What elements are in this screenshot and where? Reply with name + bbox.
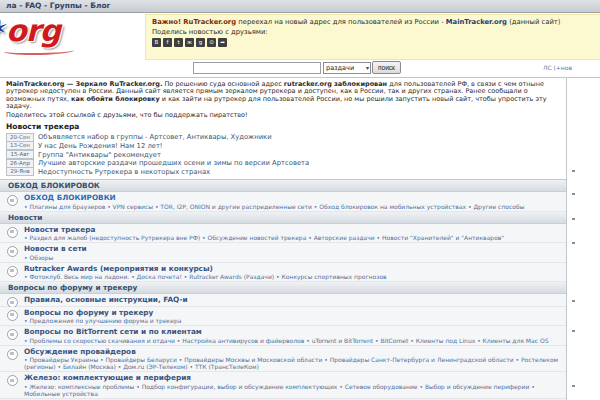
subforum-link[interactable]: BitComet (380, 337, 408, 344)
forum-link[interactable]: Rutracker Awards (мероприятия и конкурсы… (24, 265, 562, 274)
subforum-link[interactable]: Клиенты под Linux (416, 337, 476, 344)
twitter-icon[interactable]: t (174, 38, 183, 47)
subforum-link[interactable]: VPN сервисы (113, 203, 153, 210)
subforum-link[interactable]: Новости "Хранителей" и "Антикваров" (382, 234, 504, 241)
intro-text: MainTracker.org — Зеркало RuTracker.org.… (0, 78, 566, 112)
forum-row: Вопросы по форуму и трекеру• Предложения… (0, 307, 566, 327)
subforum-link[interactable]: Настройка антивирусов и файерволов (182, 337, 304, 344)
forum-link[interactable]: Новости трекера (24, 226, 562, 235)
forum-row: Новости трекера• Раздел для жалоб (недос… (0, 224, 566, 244)
private-messages-link[interactable]: ЛС (+нов (543, 64, 572, 71)
subforum-link[interactable]: Выбор и обсуждение периферии (425, 383, 529, 390)
subforum-link[interactable]: Обход блокировок на мобильных устройства… (319, 203, 466, 210)
clipped-stats (572, 170, 575, 172)
maintracker-link[interactable]: MainTracker.org (446, 18, 507, 26)
forum-link[interactable]: Вопросы по форуму и трекеру (24, 309, 562, 318)
subforum-link[interactable]: Обсуждение новостей трекера (208, 234, 307, 241)
subforum-link[interactable]: uTorrent и BitTorrent (312, 337, 373, 344)
subforum-list: • Провайдеры Украины • Провайдеры Белару… (24, 356, 562, 370)
subforum-link[interactable]: Плагины для браузеров (29, 203, 105, 210)
forum-link[interactable]: Правила, основные инструкции, FAQ-и (24, 296, 562, 305)
forum-icon (7, 266, 18, 277)
chevron-down-icon: ▾ (366, 63, 369, 73)
search-scope-value: раздачи (326, 64, 354, 72)
subforum-link[interactable]: Фотоклуб. Весь мир на ладони. (29, 273, 129, 280)
news-date[interactable]: 29-Янв (6, 167, 34, 176)
forum-link[interactable]: Новости в сети (24, 245, 562, 254)
subforum-link[interactable]: Другие способы (473, 203, 524, 210)
subforum-link[interactable]: Подбор конфигурации, выбор и обсуждение … (142, 383, 338, 390)
subforum-link[interactable]: Авторские раздачи (314, 234, 375, 241)
livejournal-icon[interactable]: ж (185, 38, 194, 47)
logo-text: org (6, 13, 60, 48)
forum-link[interactable]: Вопросы по BitTorrent сети и по клиентам (24, 328, 562, 337)
notice-text: переехал на новый адрес для пользователе… (236, 18, 446, 26)
category-header[interactable]: Новости (0, 212, 566, 224)
subforum-link[interactable]: Провайдеры Москвы и Московской области (184, 356, 322, 363)
logo-swoosh (4, 47, 74, 55)
social-icons: Вftжg⊙➦ (152, 38, 600, 47)
share-prompt: Поделись новостью с друзьями: (152, 28, 600, 36)
forum-link[interactable]: ОБХОД БЛОКИРОВКИ (24, 194, 562, 203)
intro-segment: как обойти блокировку (71, 95, 160, 103)
top-nav: ла - FAQ - Группы - Блог (0, 0, 600, 13)
google-plus-icon[interactable]: g (196, 38, 205, 47)
subforum-link[interactable]: Мобильные устройства (24, 390, 98, 397)
subforum-link[interactable]: ТТК (ТрансТелеКом) (195, 363, 259, 370)
clipped-stats (572, 242, 575, 244)
subforum-link[interactable]: Дом.ru (ЭР-Телеком) (123, 363, 187, 370)
site-logo[interactable]: ✶org (0, 13, 136, 57)
nav-link[interactable]: FAQ (25, 1, 41, 10)
notice-banner: Важно! RuTracker.org переехал на новый а… (145, 14, 600, 60)
notice-line1: Важно! RuTracker.org переехал на новый а… (152, 18, 600, 26)
clipped-stats (572, 193, 575, 195)
nav-link[interactable]: ла (6, 1, 17, 10)
category-header[interactable]: Вопросы по форуму и трекеру (0, 282, 566, 294)
forum-icon (7, 310, 18, 321)
subforum-link[interactable]: Сетевое оборудование (345, 383, 418, 390)
news-item: 13-СенУ нас День Рождения! Нам 12 лет! (6, 142, 560, 151)
news-link[interactable]: У нас День Рождения! Нам 12 лет! (38, 142, 163, 150)
search-input[interactable] (193, 62, 321, 74)
news-link[interactable]: Объявляется набор в группы - Артсовет, А… (38, 133, 272, 141)
subforum-link[interactable]: Провайдеры Санкт-Петербурга и Ленинградс… (330, 356, 514, 363)
subforum-link[interactable]: Раздел для жалоб (недоступность Рутрекер… (29, 234, 200, 241)
subforum-list: • Плагины для браузеров • VPN сервисы • … (24, 203, 562, 210)
forum-row: Вопросы по BitTorrent сети и по клиентам… (0, 326, 566, 346)
subforum-link[interactable]: Проблемы со скоростью скачивания и отдач… (29, 337, 174, 344)
news-link[interactable]: Недоступность Рутрекера в некоторых стра… (38, 168, 210, 176)
vk-icon[interactable]: В (152, 38, 161, 47)
nav-link[interactable]: Группы (50, 1, 82, 10)
nav-link[interactable]: Блог (90, 1, 110, 10)
subforum-link[interactable]: Обзоры (29, 254, 53, 261)
odnoklassniki-icon[interactable]: ⊙ (207, 38, 216, 47)
notice-important-label: Важно! RuTracker.org (152, 18, 236, 26)
subforum-link[interactable]: TOR, I2P, ONION и другие распределенные … (160, 203, 312, 210)
subforum-link[interactable]: Предложения по улучшению форума и трекер… (29, 317, 181, 324)
forum-icon (7, 246, 18, 257)
forum-link[interactable]: Обсуждение провайдеров (24, 348, 562, 357)
subforum-link[interactable]: Клиенты для Mac OS (483, 337, 549, 344)
forum-icon (7, 195, 18, 206)
subforum-link[interactable]: Конкурсы спортивных прогнозов (282, 273, 387, 280)
subforum-link[interactable]: Билайн (Москва) (63, 363, 116, 370)
page-header: ✶org Важно! RuTracker.org переехал на но… (0, 13, 600, 60)
subforum-link[interactable]: Доска почета! (137, 273, 182, 280)
notice-suffix: (данный сайт) (507, 18, 560, 26)
search-bar: раздачи▾ поиск ЛС (+нов (0, 60, 600, 78)
news-link[interactable]: Группа "Антиквары" рекомендует (38, 151, 161, 159)
subforum-link[interactable]: Провайдеры Беларуси (106, 356, 177, 363)
intro-footer: Поделитесь этой ссылкой с друзьями, что … (0, 112, 566, 119)
subforum-link[interactable]: Rutracker Awards (Раздачи) (189, 273, 274, 280)
subforum-link[interactable]: Провайдеры Украины (29, 356, 98, 363)
category-header[interactable]: ОБХОД БЛОКИРОВОК (0, 180, 566, 192)
subforum-link[interactable]: Железо: комплексные проблемы (29, 383, 134, 390)
forum-link[interactable]: Железо: комплектующие и периферия (24, 374, 562, 383)
forum-row: Железо: комплектующие и периферия• Желез… (0, 372, 566, 399)
search-button[interactable]: поиск (372, 61, 401, 74)
search-scope-select[interactable]: раздачи▾ (323, 62, 371, 74)
share-icon[interactable]: ➦ (218, 38, 227, 47)
facebook-icon[interactable]: f (163, 38, 172, 47)
clipped-stats (572, 330, 575, 332)
news-link[interactable]: Лучшие авторские раздачи прошедших осени… (38, 159, 309, 167)
